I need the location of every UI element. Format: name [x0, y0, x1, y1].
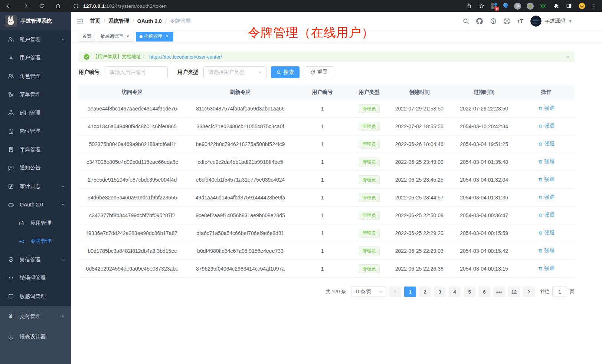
sidebar-item-menu-tree[interactable]: 菜单管理 [0, 86, 71, 104]
extension-star-icon[interactable] [539, 2, 547, 10]
page-info-icon[interactable] [72, 2, 79, 10]
sidebar-item-pay[interactable]: ¥支付管理 [0, 307, 71, 327]
sidebar-item-label: 审计日志 [20, 183, 61, 190]
sidebar-toggle-icon[interactable] [76, 17, 84, 25]
table-row: 41c41346a548490f9dc8b01c6bfe0865333ecfc7… [79, 118, 575, 135]
cell-refresh: cdfc4ce9c2da4bb1bdf21b9918ff4be5 [186, 159, 295, 165]
share-icon[interactable] [465, 2, 472, 10]
page-button-6[interactable]: 6 [478, 287, 490, 297]
page-button-4[interactable]: 4 [449, 287, 461, 297]
cell-access: 54d6be82ee5a460a9aedc1f9bf223656 [79, 195, 186, 201]
cell-actions: 强退 [518, 140, 575, 148]
fullscreen-icon[interactable] [504, 18, 510, 24]
sidebar-item-oauth[interactable]: OAuth 2.0 [0, 196, 71, 214]
cell-user-type: 管理员 [350, 158, 389, 166]
cell-user_id: 1 [295, 212, 350, 218]
browser-home-icon[interactable] [54, 2, 62, 10]
sidebar-item-label: 应用管理 [30, 220, 65, 226]
tab-label: 敏感词管理 [101, 33, 123, 40]
browser-refresh-icon[interactable] [38, 2, 45, 10]
sidebar-item-report[interactable]: 报表设计器 [0, 327, 71, 347]
next-page-button[interactable] [523, 287, 535, 297]
github-icon[interactable] [476, 18, 483, 24]
browser-back-icon[interactable] [5, 2, 13, 10]
search-button[interactable]: 搜索 [271, 66, 300, 78]
force-logout-button[interactable]: 强退 [538, 247, 554, 254]
page-button-3[interactable]: 3 [434, 287, 446, 297]
tab-令牌管理[interactable]: 令牌管理× [136, 32, 173, 42]
reset-button[interactable]: 重置 [305, 66, 333, 78]
header-search-icon[interactable] [462, 18, 469, 24]
user-type-badge: 管理员 [359, 175, 380, 184]
page-button-5[interactable]: 5 [464, 287, 475, 297]
force-logout-button[interactable]: 强退 [538, 194, 554, 201]
help-icon[interactable] [490, 18, 497, 24]
alert-doc-link[interactable]: https://doc.iocoder.cn/user-center/ [149, 54, 222, 60]
sidebar-item-token[interactable]: 令牌管理 [0, 232, 71, 251]
sidebar-item-dict[interactable]: 字典管理 [0, 140, 71, 159]
breadcrumb-item[interactable]: OAuth 2.0 [137, 18, 162, 24]
profile-emoji-icon[interactable] [578, 2, 586, 10]
force-logout-button[interactable]: 强退 [538, 229, 554, 236]
pay-icon: ¥ [7, 313, 14, 320]
sidebar-item-errcode[interactable]: 错误码管理 [0, 269, 71, 288]
goto-page-input[interactable] [552, 287, 567, 297]
force-logout-button[interactable]: 强退 [538, 105, 554, 112]
sidebar-logo-bar[interactable]: 芋道管理系统 [0, 12, 71, 30]
force-logout-button[interactable]: 强退 [538, 212, 554, 218]
cell-user_id: 1 [295, 266, 350, 272]
extension-puzzle-icon[interactable] [552, 2, 560, 10]
browser-forward-icon[interactable] [22, 2, 29, 10]
force-logout-button[interactable]: 强退 [538, 176, 554, 183]
force-logout-button[interactable]: 强退 [538, 140, 554, 147]
last-page-button[interactable]: 12 [508, 287, 520, 297]
chevron-down-icon [61, 314, 65, 319]
sidebar-item-sms[interactable]: 短信管理 [0, 251, 71, 269]
tab-敏感词管理[interactable]: 敏感词管理× [97, 32, 134, 42]
force-logout-button[interactable]: 强退 [538, 158, 554, 165]
cell-refresh: 333ecfc71e02480cb11055c875c3ca0f [186, 123, 295, 129]
extension-circle-icon[interactable] [514, 3, 521, 10]
pagination-total: 共 120 条 [325, 288, 346, 295]
more-pages-button[interactable]: ••• [493, 287, 505, 297]
page-button-1[interactable]: 1 [404, 287, 416, 297]
sidebar-item-audit[interactable]: 审计日志 [0, 177, 71, 196]
extension-dot-icon[interactable] [527, 3, 534, 10]
side-panel-icon[interactable] [565, 2, 573, 10]
tab-close-icon[interactable]: × [164, 34, 170, 39]
font-size-icon[interactable]: TT [517, 18, 523, 24]
tab-close-icon[interactable]: × [125, 34, 130, 39]
sidebar-item-app[interactable]: 应用管理 [0, 214, 71, 232]
page-button-2[interactable]: 2 [419, 287, 431, 297]
prev-page-button[interactable] [389, 287, 401, 297]
browser-menu-icon[interactable]: ⋮ [591, 3, 597, 9]
user-menu[interactable]: 芋道源码 ▼ [530, 16, 572, 27]
sidebar-item-label: 报表设计器 [20, 334, 65, 340]
sidebar-item-post[interactable]: 岗位管理 [0, 122, 71, 141]
force-logout-button[interactable]: 强退 [538, 123, 554, 129]
extension-gem-icon[interactable] [503, 3, 508, 9]
address-bar[interactable]: 127.0.0.1:1024/system/oauth2/token [72, 2, 465, 10]
sidebar-item-org[interactable]: 部门管理 [0, 104, 71, 122]
table-header-cell: 刷新令牌 [186, 89, 295, 96]
cell-access: c347026e805e4d99b0d116eae66eda8c [79, 159, 186, 165]
bookmark-star-icon[interactable] [478, 2, 485, 10]
sidebar-item-role[interactable]: 角色管理 [0, 67, 71, 86]
page-size-select[interactable]: 10条/页 [351, 287, 386, 297]
cell-actions: 强退 [518, 265, 575, 272]
alert-close-icon[interactable]: × [566, 54, 569, 60]
oauth-icon [7, 201, 14, 208]
sidebar-item-sensitive[interactable]: 敏感词管理 [0, 287, 71, 306]
extension-grid-icon[interactable]: 9 [491, 3, 497, 9]
sidebar-item-label: 支付管理 [20, 313, 61, 320]
search-button-label: 搜索 [284, 69, 294, 76]
force-logout-button[interactable]: 强退 [538, 265, 554, 272]
tab-首页[interactable]: 首页 [79, 32, 95, 42]
sidebar-item-notice[interactable]: 通知公告 [0, 159, 71, 178]
user-id-input[interactable] [105, 66, 168, 78]
breadcrumb-item[interactable]: 系统管理 [108, 18, 129, 24]
user-type-select[interactable]: 请选择用户类型 [203, 66, 266, 78]
sidebar-item-tenant[interactable]: 租户管理 [0, 30, 71, 49]
sidebar-item-user[interactable]: 用户管理 [0, 49, 71, 67]
breadcrumb-item[interactable]: 首页 [90, 18, 100, 24]
